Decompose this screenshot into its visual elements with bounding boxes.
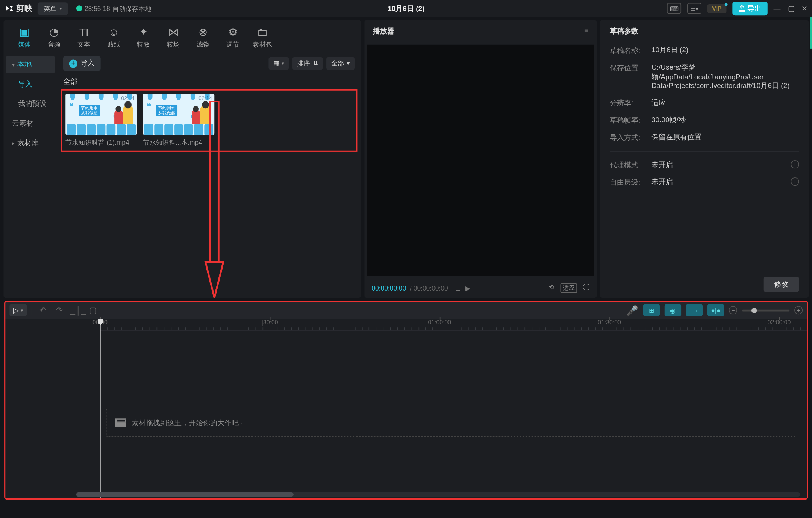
document-title: 10月6日 (2) — [388, 3, 424, 14]
maximize-button[interactable]: ▢ — [788, 4, 794, 12]
info-icon[interactable]: i — [791, 160, 799, 168]
mic-icon[interactable]: 🎤 — [626, 304, 638, 316]
timeline-toolbar: ▷▾ ↶ ↷ ⎯║⎯ ▢ 🎤 ⊞ ◉ ▭ ●|● − + — [5, 301, 807, 320]
properties-panel: 草稿参数 草稿名称:10月6日 (2) 保存位置:C:/Users/李梦颖/Ap… — [600, 20, 809, 298]
media-item-name: 节水知识科普 (1).mp4 — [65, 138, 137, 147]
modify-button[interactable]: 修改 — [764, 277, 799, 292]
layout-icon[interactable]: ▭▾ — [687, 3, 701, 14]
timeline-tracks[interactable]: 素材拖拽到这里，开始你的大作吧~ — [5, 331, 807, 498]
menu-button[interactable]: 菜单▾ — [38, 2, 68, 15]
timecode-total: 00:00:00:00 — [414, 285, 448, 292]
sticker-icon: ☺ — [108, 26, 119, 38]
crop-icon[interactable]: ⟲ — [549, 283, 554, 293]
duration-label: 02:14 — [121, 95, 135, 101]
filter-icon: ⊗ — [198, 26, 208, 38]
transition-icon: ⋈ — [168, 26, 179, 38]
media-panel: ▣媒体 ◔音频 TI文本 ☺贴纸 ✦特效 ⋈转场 ⊗滤镜 ⚙调节 🗀素材包 ▾本… — [4, 20, 361, 298]
export-button[interactable]: 导出 — [732, 2, 767, 15]
zoom-slider[interactable] — [742, 309, 790, 311]
redo-button[interactable]: ↷ — [54, 306, 66, 315]
tab-pack[interactable]: 🗀素材包 — [248, 24, 277, 51]
top-tab-row: ▣媒体 ◔音频 TI文本 ☺贴纸 ✦特效 ⋈转场 ⊗滤镜 ⚙调节 🗀素材包 — [4, 20, 361, 51]
tab-media[interactable]: ▣媒体 — [9, 24, 39, 51]
view-grid-button[interactable]: ▦▾ — [268, 57, 289, 70]
fit-button[interactable]: 适应 — [561, 283, 577, 293]
zoom-out-button[interactable]: − — [729, 306, 737, 314]
timeline-drop-zone[interactable]: 素材拖拽到这里，开始你的大作吧~ — [106, 409, 795, 437]
minimize-button[interactable]: — — [774, 4, 781, 12]
prop-proxy-label: 代理模式: — [610, 160, 651, 170]
close-button[interactable]: ✕ — [801, 4, 807, 12]
magnet-button-2[interactable]: ◉ — [665, 304, 681, 316]
prop-import-label: 导入方式: — [610, 133, 651, 143]
plus-icon: + — [69, 59, 77, 68]
prop-layer-label: 自由层级: — [610, 177, 651, 188]
sidebar-item-preset[interactable]: 我的预设 — [6, 95, 55, 112]
sidebar-item-library[interactable]: ▸素材库 — [6, 135, 55, 152]
player-menu-icon[interactable]: ≡ — [584, 26, 588, 36]
media-icon: ▣ — [19, 26, 29, 38]
media-item[interactable]: ❝❞ 节约用水从我做起 02:14 节水知识科...本.mp4 — [143, 94, 214, 147]
prop-fps-label: 草稿帧率: — [610, 115, 651, 126]
tab-effect[interactable]: ✦特效 — [129, 24, 158, 51]
media-thumbnail: ❝❞ 节约用水从我做起 02:14 — [143, 94, 214, 135]
list-icon[interactable]: ≣ — [455, 284, 461, 292]
play-icon[interactable]: ▶ — [465, 284, 470, 292]
tab-filter[interactable]: ⊗滤镜 — [188, 24, 218, 51]
grid-icon: ▦ — [273, 59, 279, 67]
crop-tool-icon[interactable]: ▢ — [87, 306, 99, 315]
player-viewport[interactable] — [367, 45, 594, 276]
tab-adjust[interactable]: ⚙调节 — [218, 24, 248, 51]
media-item[interactable]: ❝❞ 节约用水从我做起 02:14 节水知识科普 (1).mp4 — [65, 94, 137, 147]
undo-button[interactable]: ↶ — [37, 306, 49, 315]
tab-text[interactable]: TI文本 — [69, 24, 99, 51]
prop-res-label: 分辨率: — [610, 98, 651, 108]
zoom-in-button[interactable]: + — [794, 306, 803, 314]
prop-res-value: 适应 — [651, 98, 799, 108]
prop-import-value: 保留在原有位置 — [651, 133, 799, 143]
ruler-tick: |30:00 — [262, 319, 278, 326]
status-dot-icon — [76, 5, 82, 11]
timeline-scrollbar[interactable] — [76, 492, 800, 497]
clip-icon — [115, 419, 126, 427]
tab-sticker[interactable]: ☺贴纸 — [99, 24, 129, 51]
info-icon[interactable]: i — [791, 177, 799, 186]
vip-badge[interactable]: VIP — [707, 4, 727, 13]
ruler-tick: 02:00:00 — [768, 319, 791, 326]
sort-icon: ⇅ — [313, 59, 318, 67]
sidebar-item-import[interactable]: 导入 — [6, 76, 55, 93]
split-button[interactable]: ⎯║⎯ — [70, 306, 82, 315]
prop-proxy-value: 未开启 — [651, 160, 791, 170]
tab-audio[interactable]: ◔音频 — [39, 24, 69, 51]
pack-icon: 🗀 — [257, 26, 268, 38]
timeline-panel: ▷▾ ↶ ↷ ⎯║⎯ ▢ 🎤 ⊞ ◉ ▭ ●|● − + 00:00 |30:0… — [5, 301, 807, 499]
sidebar-item-local[interactable]: ▾本地 — [6, 56, 55, 73]
props-title: 草稿参数 — [610, 26, 799, 36]
prop-fps-value: 30.00帧/秒 — [651, 115, 799, 126]
text-icon: TI — [79, 26, 89, 38]
cursor-icon: ▷ — [13, 306, 18, 314]
tab-transition[interactable]: ⋈转场 — [158, 24, 188, 51]
audio-icon: ◔ — [49, 26, 59, 38]
keyboard-icon[interactable]: ⌨ — [667, 3, 681, 14]
prop-name-value: 10月6日 (2) — [651, 46, 799, 56]
prop-path-label: 保存位置: — [610, 63, 651, 91]
media-grid: ❝❞ 节约用水从我做起 02:14 节水知识科普 (1).mp4 — [63, 92, 355, 150]
fullscreen-icon[interactable]: ⛶ — [583, 283, 589, 293]
player-title: 播放器 — [373, 26, 394, 36]
prop-name-label: 草稿名称: — [610, 46, 651, 56]
magnet-button-3[interactable]: ▭ — [686, 304, 703, 316]
drop-zone-label: 素材拖拽到这里，开始你的大作吧~ — [132, 418, 243, 428]
sidebar-item-cloud[interactable]: 云素材 — [6, 115, 55, 132]
cursor-tool[interactable]: ▷▾ — [9, 304, 27, 316]
filter-all-button[interactable]: 全部▾ — [326, 57, 355, 70]
section-label: 全部 — [63, 77, 355, 87]
media-sidebar: ▾本地 导入 我的预设 云素材 ▸素材库 — [4, 51, 58, 298]
sort-button[interactable]: 排序⇅ — [292, 57, 323, 70]
prop-path-value: C:/Users/李梦颖/AppData/Local/JianyingPro/U… — [651, 63, 799, 91]
magnet-button-4[interactable]: ●|● — [707, 304, 724, 316]
import-button[interactable]: + 导入 — [63, 56, 101, 71]
magnet-button-1[interactable]: ⊞ — [643, 304, 660, 316]
ruler-tick: 01:30:00 — [598, 319, 621, 326]
timeline-ruler[interactable]: 00:00 |30:00 01:00:00 01:30:00 02:00:00 — [100, 319, 807, 331]
